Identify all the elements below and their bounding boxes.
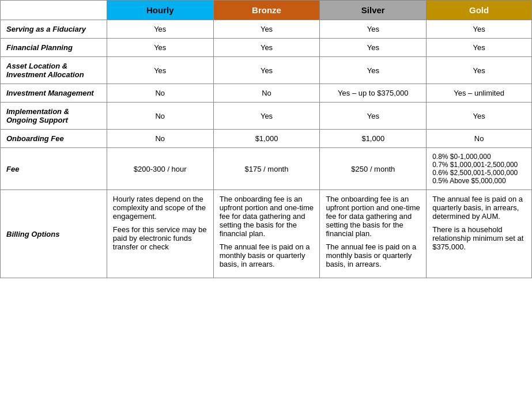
feature-serving-as-a-fiduciary: Serving as a Fiduciary: [1, 20, 107, 39]
fee-gold-line: 0.6% $2,500,001-5,000,000: [432, 169, 526, 177]
gold-value-row5: No: [427, 130, 532, 148]
feature-label: Financial Planning: [6, 43, 73, 52]
billing-note: The annual fee is paid on a monthly basi…: [326, 242, 420, 268]
billing-gold: The annual fee is paid on a quarterly ba…: [427, 190, 532, 278]
header-gold: Gold: [427, 1, 532, 20]
silver-value-row5: $1,000: [320, 130, 427, 148]
bronze-value-row3: No: [213, 84, 320, 103]
bronze-value-row5: $1,000: [213, 130, 320, 148]
feature-onboarding-fee: Onboarding Fee: [1, 130, 107, 148]
header-feature: [1, 1, 107, 20]
gold-value-row0: Yes: [427, 20, 532, 39]
billing-note: Hourly rates depend on the complexity an…: [113, 195, 207, 221]
feature-label: Serving as a Fiduciary: [6, 25, 86, 33]
hourly-value-row2: Yes: [107, 57, 213, 84]
pricing-table: Hourly Bronze Silver Gold Serving as a F…: [0, 0, 532, 278]
feature-label: Investment Management: [6, 89, 94, 97]
billing-hourly: Hourly rates depend on the complexity an…: [107, 190, 213, 278]
fee-gold: 0.8% $0-1,000,0000.7% $1,000,001-2,500,0…: [427, 148, 532, 190]
hourly-value-row5: No: [107, 130, 213, 148]
gold-value-row2: Yes: [427, 57, 532, 84]
feature-asset-location-&-investment-allocation: Asset Location & Investment Allocation: [1, 57, 107, 84]
billing-bronze: The onboarding fee is an upfront portion…: [213, 190, 320, 278]
hourly-value-row3: No: [107, 84, 213, 103]
billing-note: There is a household relationship minimu…: [432, 225, 526, 251]
hourly-value-row4: No: [107, 103, 213, 130]
billing-note: The onboarding fee is an upfront portion…: [220, 195, 314, 238]
feature-financial-planning: Financial Planning: [1, 39, 107, 57]
fee-gold-line: 0.7% $1,000,001-2,500,000: [432, 161, 526, 169]
silver-value-row1: Yes: [320, 39, 427, 57]
fee-gold-line: 0.5% Above $5,000,000: [432, 177, 526, 185]
feature-investment-management: Investment Management: [1, 84, 107, 103]
billing-note: The annual fee is paid on a monthly basi…: [220, 242, 314, 268]
feature-label: Asset Location & Investment Allocation: [6, 62, 84, 79]
feature-label: Onboarding Fee: [6, 134, 64, 143]
gold-value-row4: Yes: [427, 103, 532, 130]
gold-value-row3: Yes – unlimited: [427, 84, 532, 103]
gold-value-row1: Yes: [427, 39, 532, 57]
feature-label: Implementation & Ongoing Support: [6, 107, 69, 124]
feature-fee: Fee: [1, 148, 107, 190]
header-silver: Silver: [320, 1, 427, 20]
fee-hourly: $200-300 / hour: [107, 148, 213, 190]
bronze-value-row1: Yes: [213, 39, 320, 57]
feature-implementation-&-ongoing-support: Implementation & Ongoing Support: [1, 103, 107, 130]
billing-note: Fees for this service may be paid by ele…: [113, 225, 207, 251]
header-hourly: Hourly: [107, 1, 213, 20]
header-bronze: Bronze: [213, 1, 320, 20]
feature-billing-options: Billing Options: [1, 190, 107, 278]
silver-value-row0: Yes: [320, 20, 427, 39]
billing-note: The onboarding fee is an upfront portion…: [326, 195, 420, 238]
feature-label: Billing Options: [6, 230, 59, 238]
hourly-value-row0: Yes: [107, 20, 213, 39]
fee-silver: $250 / month: [320, 148, 427, 190]
billing-note: The annual fee is paid on a quarterly ba…: [432, 195, 526, 221]
silver-value-row4: Yes: [320, 103, 427, 130]
hourly-value-row1: Yes: [107, 39, 213, 57]
silver-value-row3: Yes – up to $375,000: [320, 84, 427, 103]
bronze-value-row0: Yes: [213, 20, 320, 39]
feature-label: Fee: [6, 165, 19, 173]
fee-bronze: $175 / month: [213, 148, 320, 190]
bronze-value-row4: Yes: [213, 103, 320, 130]
silver-value-row2: Yes: [320, 57, 427, 84]
fee-gold-line: 0.8% $0-1,000,000: [432, 153, 526, 161]
bronze-value-row2: Yes: [213, 57, 320, 84]
billing-silver: The onboarding fee is an upfront portion…: [320, 190, 427, 278]
